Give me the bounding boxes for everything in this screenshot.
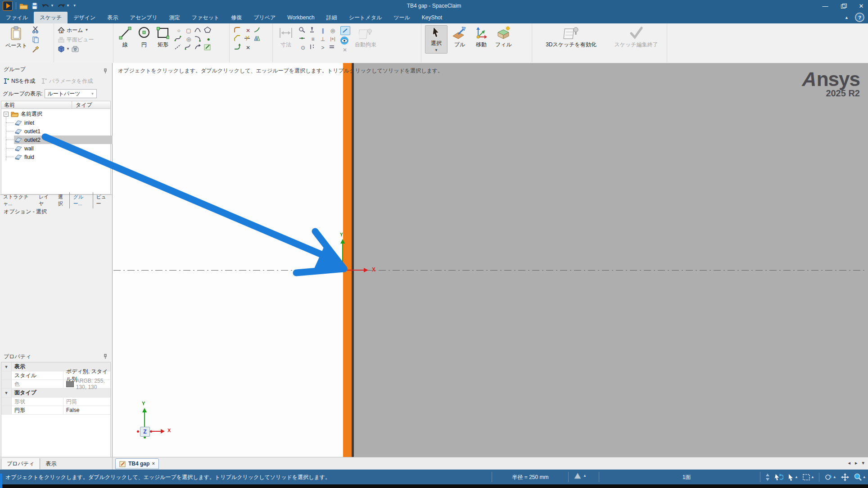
orbit-dropdown-icon[interactable]: ▲ [833, 475, 836, 479]
parallel-constraint-icon[interactable]: ∥ [318, 27, 327, 34]
collinear-constraint-icon[interactable]: ≡ [308, 35, 317, 43]
property-row-shape[interactable]: 形状 円筒 [1, 398, 110, 406]
toolbar-options-icon[interactable]: ▼ [73, 4, 77, 8]
tab-scroll-right-icon[interactable]: ▸ [855, 460, 858, 466]
spin-view-button[interactable]: ▼ [58, 45, 70, 53]
spin-increment-icon[interactable] [765, 473, 770, 481]
tab-tools[interactable]: ツール [388, 12, 416, 23]
show-constraints-toggle[interactable] [340, 26, 350, 35]
select-tool-button[interactable]: 選択 ▼ [425, 25, 448, 54]
dimension-button[interactable]: 寸法 [276, 25, 295, 50]
tab-sketch[interactable]: スケッチ [34, 12, 68, 23]
tab-sheetmetal[interactable]: シートメタル [343, 12, 388, 23]
bottom-tab-display[interactable]: 表示 [40, 458, 62, 469]
previous-selection-icon[interactable] [774, 473, 783, 481]
tab-measure[interactable]: 測定 [163, 12, 186, 23]
chevron-down-icon[interactable]: ▼ [1, 362, 12, 371]
create-parameter-button[interactable]: パラメータを作成 [41, 77, 93, 85]
tab-workbench[interactable]: Workbench [281, 12, 320, 23]
angle-constraint-icon[interactable]: > [318, 44, 327, 51]
create-corner-tool-icon[interactable] [253, 27, 262, 34]
tree-item-wall[interactable]: wall [1, 144, 124, 153]
tree-item-inlet[interactable]: inlet [1, 118, 124, 127]
help-icon[interactable]: ? [855, 13, 864, 22]
highlighted-outlet2-face[interactable] [343, 63, 352, 457]
mirror-constraint-icon[interactable] [308, 44, 317, 51]
tree-root-row[interactable]: − 名前選択 [1, 110, 110, 118]
bezier-curve-tool-icon[interactable] [184, 44, 193, 51]
select-dropdown-icon[interactable]: ▼ [434, 49, 438, 52]
point-tool-icon[interactable]: ● [204, 35, 213, 43]
anchor-constraint-icon[interactable] [308, 27, 317, 34]
ellipse-center-tool-icon[interactable]: ◎ [184, 35, 193, 43]
home-view-button[interactable]: ホーム ▼ [58, 26, 94, 34]
spaceclaim-logo-icon[interactable] [3, 1, 13, 11]
tab-design[interactable]: デザイン [68, 12, 101, 23]
fill-tool-button[interactable]: フィル [493, 25, 514, 50]
construction-line-tool-icon[interactable] [174, 44, 183, 51]
snapshot-icon[interactable] [72, 46, 80, 53]
undo-button[interactable]: ▼ [41, 3, 54, 9]
show-dimensions-eye-icon[interactable] [340, 36, 348, 45]
snap-magnifier-icon[interactable] [298, 27, 307, 34]
zoom-button[interactable]: ▲ [854, 473, 866, 481]
select-mode-button[interactable]: ▲ [788, 474, 798, 481]
tangent-arc-tool-icon[interactable] [194, 27, 203, 34]
sweep-arc-tool-icon[interactable] [194, 44, 203, 51]
auto-constraint-button[interactable]: 自動拘束 [353, 25, 378, 50]
zoom-dropdown-icon[interactable]: ▲ [863, 475, 866, 479]
solid-body-face[interactable] [354, 63, 868, 457]
open-button[interactable] [19, 3, 28, 9]
perpendicular-constraint-icon[interactable]: ⊥ [318, 35, 327, 43]
paste-button[interactable]: ペースト [4, 25, 29, 50]
corner-rectangle-tool-icon[interactable]: ▢ [184, 27, 193, 34]
tab-keyshot[interactable]: KeyShot [416, 12, 448, 23]
bottom-tab-properties[interactable]: プロパティ [1, 458, 40, 469]
close-button[interactable]: ✕ [857, 3, 865, 9]
create-ns-button[interactable]: NSを作成 [3, 77, 35, 85]
move-tool-button[interactable]: 移動 [472, 25, 491, 50]
tree-collapse-icon[interactable]: − [4, 112, 9, 117]
fillet-tool-icon[interactable] [234, 27, 243, 34]
document-tab-close-icon[interactable]: × [152, 461, 155, 467]
status-plane-button[interactable]: ▲ [574, 473, 587, 479]
document-tab-tb4gap[interactable]: TB4 gap × [115, 458, 159, 469]
tab-prepare[interactable]: プリペア [248, 12, 281, 23]
format-painter-icon[interactable] [32, 46, 41, 54]
tree-item-outlet1[interactable]: outlet1 [1, 127, 124, 136]
view-triad-z[interactable]: Z [140, 427, 150, 437]
group-display-select[interactable]: ルートパーツ ▼ [45, 89, 97, 98]
delete-sketch-tool-icon[interactable]: ✕ [244, 44, 253, 51]
tab-detail[interactable]: 詳細 [321, 12, 343, 23]
redo-dropdown-icon[interactable]: ▼ [66, 4, 70, 8]
mirror-tool-icon[interactable] [253, 35, 262, 43]
orbit-button[interactable]: ▲ [824, 474, 836, 481]
plan-view-button[interactable]: 平面ビュー [58, 36, 94, 44]
split-tool-icon[interactable] [244, 35, 253, 43]
equal-constraint-icon[interactable] [328, 44, 337, 51]
symmetry-constraint-icon[interactable]: |+| [328, 35, 337, 43]
chevron-down-icon[interactable]: ▼ [1, 389, 12, 397]
remove-constraint-icon[interactable]: ✕ [340, 46, 349, 54]
tangent-constraint-icon[interactable]: ⊙ [298, 44, 307, 51]
tab-assembly[interactable]: アセンブリ [124, 12, 163, 23]
tab-list-icon[interactable]: ▾ [862, 460, 864, 466]
restore-button[interactable] [839, 3, 847, 9]
column-type[interactable]: タイプ [72, 101, 92, 108]
ellipse-tool-icon[interactable]: ○ [174, 27, 183, 34]
tree-item-outlet2-selected[interactable]: outlet2 [1, 136, 124, 144]
column-name[interactable]: 名前 [1, 101, 72, 108]
sketch-centerline[interactable] [113, 270, 864, 271]
circle-tool-button[interactable]: 円 [136, 25, 152, 50]
model-viewport[interactable]: オブジェクトをクリックします。ダブルクリックして、エッジループを選択します。トリ… [113, 63, 868, 457]
tree-item-fluid[interactable]: fluid [1, 153, 124, 161]
select-mode-dropdown-icon[interactable]: ▲ [795, 475, 798, 479]
tab-repair[interactable]: 修復 [225, 12, 248, 23]
sketch-origin-point[interactable] [341, 269, 344, 271]
line-tool-button[interactable]: 線 [117, 25, 133, 50]
spline-tool-icon[interactable] [174, 35, 183, 43]
enable-3d-sketch-button[interactable]: 3Dスケッチを有効化 [536, 25, 606, 50]
minimize-button[interactable]: — [821, 3, 829, 9]
three-point-arc-tool-icon[interactable] [194, 35, 203, 43]
trim-tool-icon[interactable]: ✕ [244, 27, 253, 34]
